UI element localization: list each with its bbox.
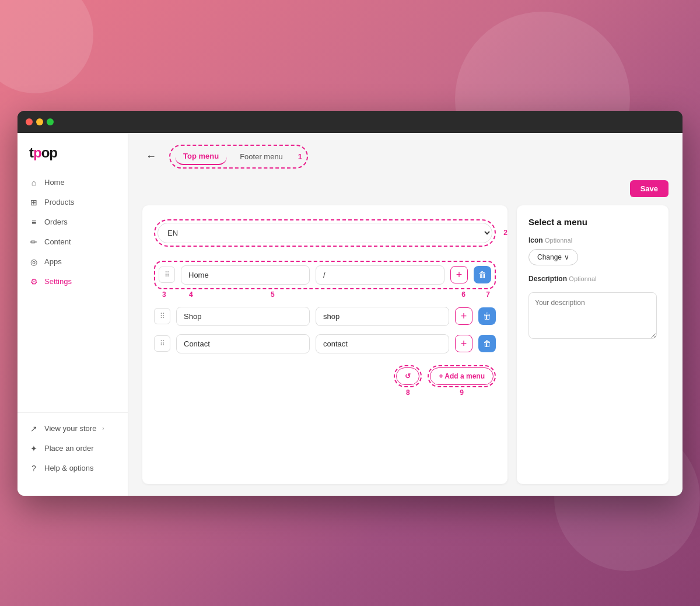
main-content: ← Top menu Footer menu 1 Save (128, 133, 682, 496)
reset-btn-wrap: ↺ 8 (394, 365, 422, 387)
change-icon-button[interactable]: Change ∨ (528, 249, 578, 265)
settings-icon: ⚙ (29, 277, 38, 286)
sidebar: tpop ⌂ Home ⊞ Products ≡ Orders ✏ Conten… (18, 133, 128, 496)
menu-path-input-contact[interactable] (316, 334, 449, 353)
menu-path-input-home[interactable] (316, 265, 444, 285)
menu-row-shop: ⠿ + 🗑 (154, 307, 496, 326)
order-icon: ✦ (29, 444, 38, 453)
orders-icon: ≡ (29, 218, 38, 227)
page-header: ← Top menu Footer menu 1 (142, 145, 668, 169)
tabs-annotation-number: 1 (298, 152, 302, 161)
add-submenu-button-contact[interactable]: + (455, 335, 473, 352)
right-panel: Select a menu Icon Optionnal Change ∨ De… (517, 205, 668, 484)
content-icon: ✏ (29, 237, 38, 247)
annotation-4: 4 (189, 290, 193, 299)
help-label: Help & options (44, 464, 94, 472)
add-submenu-button-home[interactable]: + (450, 266, 468, 283)
icon-field-label: Icon Optionnal (528, 236, 657, 244)
nav-menu: ⌂ Home ⊞ Products ≡ Orders ✏ Content ◎ (18, 173, 128, 412)
sidebar-item-label: Products (44, 198, 74, 206)
sidebar-item-label: Settings (44, 277, 72, 286)
view-store-link[interactable]: ↗ View your store › (18, 419, 128, 439)
sidebar-item-home[interactable]: ⌂ Home (18, 173, 128, 192)
menu-row-home: ⠿ + 🗑 (154, 261, 496, 289)
logo: tpop (18, 145, 128, 173)
sidebar-item-orders[interactable]: ≡ Orders (18, 212, 128, 232)
view-store-label: View your store (44, 424, 96, 433)
delete-button-home[interactable]: 🗑 (474, 266, 491, 283)
sidebar-item-label: Content (44, 237, 71, 246)
apps-icon: ◎ (29, 257, 38, 267)
add-submenu-button-shop[interactable]: + (455, 307, 473, 325)
menu-row-contact: ⠿ + 🗑 (154, 334, 496, 353)
back-button[interactable]: ← (142, 149, 160, 164)
sidebar-item-settings[interactable]: ⚙ Settings (18, 272, 128, 292)
menu-name-input-contact[interactable] (176, 334, 310, 353)
place-order-link[interactable]: ✦ Place an order (18, 439, 128, 458)
annotation-2: 2 (503, 229, 508, 237)
help-icon: ? (29, 464, 38, 473)
two-col-layout: EN FR DE ES 2 ⠿ (142, 205, 668, 484)
language-select[interactable]: EN FR DE ES (158, 223, 492, 243)
annotation-9: 9 (460, 388, 464, 397)
maximize-button[interactable] (47, 118, 54, 125)
save-button-wrap: Save (142, 180, 668, 197)
annotation-3: 3 (162, 290, 166, 299)
drag-handle-shop[interactable]: ⠿ (154, 308, 170, 324)
sidebar-item-label: Orders (44, 218, 68, 226)
delete-button-contact[interactable]: 🗑 (478, 335, 496, 352)
delete-button-shop[interactable]: 🗑 (478, 307, 496, 325)
home-icon: ⌂ (29, 178, 38, 187)
sidebar-item-label: Home (44, 178, 65, 187)
add-menu-btn-wrap: + Add a menu 9 (428, 365, 496, 387)
place-order-label: Place an order (44, 444, 94, 453)
menu-name-input-shop[interactable] (176, 307, 310, 326)
external-link-icon: ↗ (29, 424, 38, 433)
sidebar-item-apps[interactable]: ◎ Apps (18, 252, 128, 272)
drag-handle-home[interactable]: ⠿ (159, 267, 175, 283)
description-textarea[interactable] (528, 292, 657, 339)
drag-handle-contact[interactable]: ⠿ (154, 335, 170, 352)
add-menu-button[interactable]: + Add a menu (430, 367, 494, 385)
chevron-icon: › (102, 425, 104, 432)
tab-footer-menu[interactable]: Footer menu (232, 149, 291, 164)
right-panel-title: Select a menu (528, 217, 657, 227)
menu-name-input-home[interactable] (181, 265, 310, 285)
sidebar-item-content[interactable]: ✏ Content (18, 232, 128, 252)
minimize-button[interactable] (36, 118, 43, 125)
annotation-7: 7 (486, 290, 490, 299)
sidebar-item-label: Apps (44, 257, 62, 266)
tabs-container: Top menu Footer menu 1 (169, 145, 308, 169)
products-icon: ⊞ (29, 198, 38, 207)
nav-bottom: ↗ View your store › ✦ Place an order ? H… (18, 412, 128, 484)
reset-button[interactable]: ↺ (396, 367, 419, 385)
titlebar (18, 111, 682, 133)
tab-top-menu[interactable]: Top menu (175, 148, 227, 165)
close-button[interactable] (26, 118, 33, 125)
left-panel: EN FR DE ES 2 ⠿ (142, 205, 508, 484)
save-button[interactable]: Save (630, 180, 668, 197)
help-options-link[interactable]: ? Help & options (18, 458, 128, 478)
sidebar-item-products[interactable]: ⊞ Products (18, 192, 128, 212)
description-field-label: Description Optionnal (528, 275, 657, 283)
annotation-5: 5 (271, 290, 275, 299)
language-selector-wrap: EN FR DE ES (154, 219, 496, 247)
annotation-8: 8 (406, 388, 410, 397)
menu-path-input-shop[interactable] (316, 307, 449, 326)
annotation-6: 6 (461, 290, 466, 299)
